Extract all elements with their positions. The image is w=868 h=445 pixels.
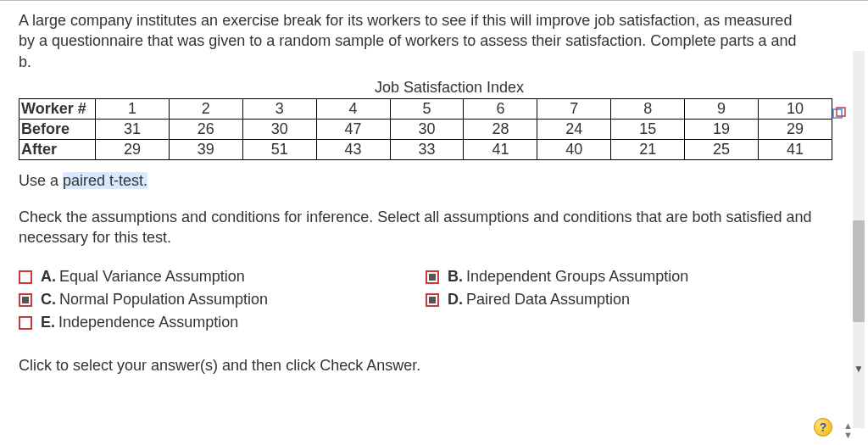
option-letter: C. [41, 291, 56, 308]
question-text: A large company institutes an exercise b… [19, 10, 812, 72]
cell: 3 [242, 98, 316, 119]
row-header: Worker # [19, 98, 96, 119]
instruction-prefix: Use a [19, 172, 63, 189]
cell: 6 [464, 98, 537, 119]
row-header: Before [19, 119, 96, 139]
checkbox-icon[interactable] [426, 270, 439, 284]
table-row: Worker # 1 2 3 4 5 6 7 8 9 10 [19, 98, 832, 119]
cell: 24 [537, 119, 611, 139]
scroll-thumb[interactable] [853, 220, 865, 322]
cell: 33 [390, 139, 464, 159]
option-b[interactable]: B.Independent Groups Assumption [426, 268, 798, 286]
stepper-down-icon[interactable]: ▼ [843, 431, 853, 440]
cell: 15 [611, 119, 685, 139]
table-title: Job Satisfaction Index [375, 79, 868, 97]
option-e[interactable]: E.Independence Assumption [19, 314, 375, 331]
footer-instruction: Click to select your answer(s) and then … [19, 357, 812, 375]
option-label: Independence Assumption [58, 314, 238, 331]
cell: 2 [169, 98, 242, 119]
option-label: Independent Groups Assumption [466, 268, 688, 285]
help-label: ? [820, 420, 827, 434]
cell: 31 [96, 119, 170, 139]
checkbox-icon[interactable] [19, 270, 32, 284]
cell: 19 [685, 119, 759, 139]
cell: 25 [685, 139, 759, 159]
cell: 30 [242, 119, 316, 139]
option-letter: E. [41, 314, 55, 331]
option-letter: A. [41, 268, 56, 285]
cell: 41 [759, 139, 832, 159]
cell: 7 [537, 98, 611, 119]
options-grid: A.Equal Variance Assumption B.Independen… [19, 268, 812, 331]
data-table: Worker # 1 2 3 4 5 6 7 8 9 10 Before 31 … [19, 98, 832, 160]
stepper: ▲ ▼ [843, 421, 853, 440]
cell: 29 [759, 119, 832, 139]
check-text: Check the assumptions and conditions for… [19, 207, 812, 248]
cell: 21 [611, 139, 685, 159]
table-row: After 29 39 51 43 33 41 40 21 25 41 [19, 139, 832, 159]
cell: 47 [316, 119, 390, 139]
cell: 39 [169, 139, 242, 159]
table-row: Before 31 26 30 47 30 28 24 15 19 29 [19, 119, 832, 139]
cell: 43 [316, 139, 390, 159]
help-button[interactable]: ? [814, 418, 832, 437]
cell: 8 [611, 98, 685, 119]
cell: 29 [96, 139, 170, 159]
cell: 26 [169, 119, 242, 139]
option-label: Normal Population Assumption [59, 291, 268, 308]
option-a[interactable]: A.Equal Variance Assumption [19, 268, 375, 286]
checkbox-icon[interactable] [19, 316, 32, 330]
cell: 41 [464, 139, 537, 159]
popout-icon[interactable] [832, 107, 846, 120]
option-letter: D. [448, 291, 463, 308]
instruction-highlight: paired t-test. [63, 172, 147, 189]
option-letter: B. [448, 268, 463, 285]
cell: 9 [685, 98, 759, 119]
scroll-down-icon[interactable]: ▼ [853, 363, 865, 375]
cell: 4 [316, 98, 390, 119]
question-panel: A large company institutes an exercise b… [0, 0, 831, 385]
instruction-line: Use a paired t-test. [19, 172, 812, 190]
checkbox-icon[interactable] [426, 293, 439, 307]
cell: 30 [390, 119, 464, 139]
option-label: Equal Variance Assumption [59, 268, 245, 285]
cell: 40 [537, 139, 611, 159]
cell: 10 [759, 98, 832, 119]
row-header: After [19, 139, 96, 159]
cell: 5 [390, 98, 464, 119]
checkbox-icon[interactable] [19, 293, 32, 307]
option-c[interactable]: C.Normal Population Assumption [19, 291, 375, 309]
cell: 28 [464, 119, 537, 139]
option-d[interactable]: D.Paired Data Assumption [426, 291, 798, 309]
option-label: Paired Data Assumption [466, 291, 630, 308]
cell: 51 [242, 139, 316, 159]
cell: 1 [96, 98, 170, 119]
